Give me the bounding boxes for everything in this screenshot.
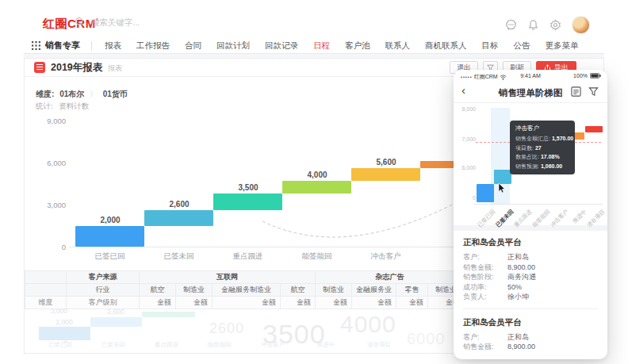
deal-field-label: 销售金额: — [463, 262, 507, 273]
table-cell: 零售 — [396, 284, 428, 297]
table-cell: 航空 — [281, 284, 316, 297]
nav-item-10[interactable]: 公告 — [514, 40, 530, 52]
tooltip-row: 数量占比:17.08% — [515, 152, 569, 162]
deal-field-row: 销售阶段:商务沟通 — [463, 272, 598, 282]
bar-value-label: 2,000 — [75, 216, 145, 224]
deal-field-value: 商务沟通 — [507, 272, 536, 282]
table-cell: 金额 — [281, 297, 316, 309]
table-cell: 客户级别 — [67, 297, 140, 309]
tooltip-value: 1,060.00 — [541, 163, 562, 169]
phone-waterfall-bar[interactable] — [585, 126, 603, 132]
phone-axis-line — [474, 204, 603, 205]
deal-field-label: 客户: — [463, 252, 507, 262]
table-cell: 行业 — [67, 284, 140, 297]
nav-item-1[interactable]: 工作报告 — [136, 40, 170, 52]
table-cell: 客户来源 — [67, 271, 140, 284]
deal-field-row: 负责人:徐小坤 — [463, 292, 598, 302]
table-cell — [25, 284, 67, 297]
deal-list-item[interactable]: 正和岛会员平台客户:正和岛销售金额:8,900.00 — [454, 311, 607, 357]
deal-field-value: 正和岛 — [507, 332, 529, 343]
nav-item-9[interactable]: 目标 — [482, 40, 499, 52]
bar-value-label: 2,600 — [144, 200, 214, 209]
deal-title: 正和岛会员平台 — [463, 237, 598, 248]
table-cell: 金额 — [140, 297, 176, 309]
table-cell: 航空 — [140, 284, 176, 297]
settings-gear-icon[interactable] — [550, 19, 561, 31]
waterfall-bar[interactable] — [144, 210, 213, 227]
apps-grid-icon[interactable] — [32, 41, 40, 50]
deal-field-value: 正和岛 — [507, 252, 529, 262]
nav-divider — [91, 41, 92, 50]
search-placeholder: 搜索关键字... — [91, 17, 140, 29]
deal-list-item[interactable]: 正和岛会员平台客户:正和岛销售金额:8,900.00销售阶段:商务沟通成功率:5… — [454, 231, 607, 307]
x-axis-category: 已签已回 — [82, 251, 138, 262]
deal-field-value: 50% — [507, 282, 522, 293]
user-avatar[interactable] — [572, 16, 590, 34]
table-cell: 制造业 — [176, 284, 213, 297]
list-divider — [463, 308, 598, 309]
phone-chart-layer: 8,0007,0006,0000已签已回已签未回重点跟进能签能回冲击客户推进中潜… — [454, 70, 607, 231]
phone-waterfall-bar[interactable] — [477, 184, 494, 202]
nav-items: 报表工作报告合同回款计划回款记录日程客户池联系人商机联系人目标公告更多菜单 — [105, 40, 594, 52]
topbar-icons — [505, 16, 590, 34]
waterfall-bar[interactable] — [351, 168, 420, 181]
tooltip-row: 销售金额汇总:1,570.00 — [515, 134, 569, 144]
tooltip-value: 27 — [535, 145, 542, 151]
global-search-input[interactable]: 搜索关键字... — [75, 17, 140, 29]
x-axis-category: 能签能回 — [289, 251, 345, 262]
deal-field-row: 销售金额:8,900.00 — [463, 342, 598, 352]
mouse-cursor-icon — [498, 183, 506, 193]
waterfall-bar[interactable] — [282, 181, 351, 193]
nav-sales-exclusive[interactable]: 销售专享 — [45, 40, 80, 52]
deal-title: 正和岛会员平台 — [463, 317, 598, 328]
x-axis-line — [69, 247, 470, 247]
y-axis-tick: 6,000 — [31, 159, 66, 167]
nav-item-6[interactable]: 客户池 — [345, 40, 370, 52]
mobile-preview-card: ••••• 红圈CRM 9:41 AM 100% ‹ 销售理单阶梯图 正和岛会员… — [454, 70, 607, 359]
nav-item-4[interactable]: 回款记录 — [265, 40, 298, 52]
nav-item-5[interactable]: 日程 — [313, 40, 330, 52]
table-cell: 杂志广告 — [316, 271, 465, 284]
tooltip-value: 17.08% — [541, 154, 560, 159]
nav-item-8[interactable]: 商机联系人 — [425, 40, 467, 52]
phone-y-tick: 6,000 — [455, 165, 476, 171]
phone-y-tick: 7,000 — [455, 136, 476, 142]
bar-value-label: 5,600 — [351, 158, 421, 167]
phone-y-tick: 0 — [455, 195, 476, 201]
main-navbar: 销售专享 报表工作报告合同回款计划回款记录日程客户池联系人商机联系人目标公告更多… — [24, 38, 604, 54]
deal-field-label: 负责人: — [463, 292, 507, 302]
deal-field-value: 8,900.00 — [507, 342, 535, 352]
table-cell: 维度 — [25, 297, 67, 309]
nav-item-7[interactable]: 联系人 — [385, 40, 411, 52]
nav-item-2[interactable]: 合同 — [185, 40, 201, 52]
search-icon — [75, 17, 86, 29]
notifications-bell-icon[interactable] — [527, 19, 539, 31]
screenshot-stage: 红圈CRM° 搜索关键字... 销售专享 报表工作报告合同回款计划回款 — [0, 0, 628, 364]
tooltip-title: 冲击客户 — [515, 125, 569, 132]
x-axis-category: 重点跟进 — [220, 251, 276, 262]
tooltip-value: 1,570.00 — [552, 136, 573, 141]
tooltip-row: 销售预测:1,060.00 — [515, 162, 569, 171]
deal-field-row: 成功率:50% — [463, 282, 598, 293]
deal-field-label: 客户: — [463, 332, 507, 343]
table-cell: 制造业 — [316, 284, 352, 297]
deal-field-label: 销售阶段: — [463, 272, 507, 282]
table-cell: 互联网 — [140, 271, 316, 284]
table-cell — [25, 271, 67, 284]
waterfall-bar[interactable] — [75, 226, 144, 247]
y-axis-tick: 3,000 — [31, 201, 66, 209]
nav-item-11[interactable]: 更多菜单 — [546, 40, 579, 52]
bar-value-label: 3,500 — [213, 183, 283, 192]
table-cell: 金额 — [396, 297, 428, 309]
table-cell: 金融服务制造业 — [213, 284, 281, 297]
waterfall-bar[interactable] — [213, 193, 282, 209]
y-axis-tick: 9,000 — [31, 117, 66, 125]
nav-item-0[interactable]: 报表 — [105, 40, 121, 52]
nav-item-3[interactable]: 回款计划 — [216, 40, 250, 52]
deal-field-label: 成功率: — [463, 282, 507, 293]
phone-deal-list: 正和岛会员平台客户:正和岛销售金额:8,900.00销售阶段:商务沟通成功率:5… — [454, 231, 607, 357]
x-axis-category: 已签未回 — [151, 251, 207, 262]
messages-icon[interactable] — [505, 19, 517, 31]
topbar: 红圈CRM° 搜索关键字... — [24, 10, 604, 39]
deal-field-row: 客户:正和岛 — [463, 252, 598, 262]
